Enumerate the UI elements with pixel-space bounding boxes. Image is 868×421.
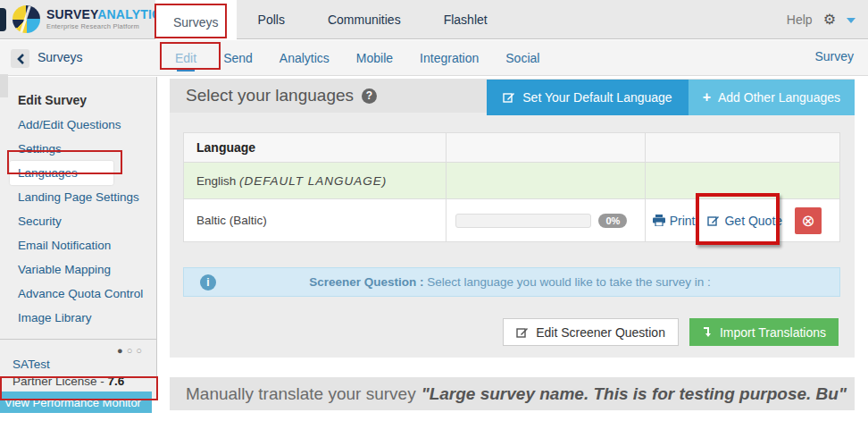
screener-question-banner: i Screener Question : Select language yo… bbox=[183, 267, 840, 297]
dot-active[interactable]: ● bbox=[117, 345, 127, 356]
sidebar-item-landing-page-settings[interactable]: Landing Page Settings bbox=[0, 185, 156, 209]
progress-badge: 0% bbox=[598, 214, 627, 228]
survey-label: Survey bbox=[814, 49, 854, 63]
default-language-note: (DEFAULT LANGUAGE) bbox=[239, 174, 387, 188]
page-title: Select your languages bbox=[186, 86, 354, 105]
tab-analytics[interactable]: Analytics bbox=[280, 40, 330, 76]
edit-screener-question-button[interactable]: Edit Screener Question bbox=[503, 318, 679, 346]
nav-flashlet[interactable]: Flashlet bbox=[422, 0, 509, 39]
languages-panel: Select your languages ? Set Your Default… bbox=[170, 79, 855, 358]
account-name-link[interactable]: SATest bbox=[0, 356, 156, 373]
gear-icon[interactable]: ⚙ bbox=[823, 13, 836, 27]
dot-inactive[interactable]: ○ bbox=[136, 345, 146, 356]
chevron-down-icon[interactable] bbox=[847, 18, 855, 23]
back-button[interactable] bbox=[11, 49, 29, 68]
column-header-language: Language bbox=[184, 133, 447, 163]
breadcrumb-surveys[interactable]: Surveys bbox=[38, 50, 83, 64]
dot-inactive[interactable]: ○ bbox=[127, 345, 137, 356]
add-other-languages-button[interactable]: + Add Other Languages bbox=[689, 80, 855, 115]
manual-translate-bar: Manually translate your survey"Large sur… bbox=[170, 377, 855, 410]
help-link[interactable]: Help bbox=[787, 13, 813, 27]
sidebar-item-add-edit-questions[interactable]: Add/Edit Questions bbox=[0, 113, 156, 137]
survey-analytics-app: SURVEYANALYTICS Enterprise Research Plat… bbox=[0, 0, 868, 421]
sidebar-item-advance-quota-control[interactable]: Advance Quota Control bbox=[0, 282, 156, 306]
menu-handle[interactable] bbox=[0, 8, 6, 31]
top-header: SURVEYANALYTICS Enterprise Research Plat… bbox=[0, 0, 868, 39]
sidebar-item-security[interactable]: Security bbox=[0, 209, 156, 233]
carousel-dots[interactable]: ●○○ bbox=[0, 340, 156, 356]
logo-icon bbox=[13, 5, 40, 33]
table-row-english: English (DEFAULT LANGUAGE) bbox=[184, 163, 840, 199]
survey-tabs: Edit Send Analytics Mobile Integration S… bbox=[175, 40, 539, 76]
table-header-row: Language bbox=[184, 133, 840, 163]
banner-message: Select language you would like to take t… bbox=[427, 275, 710, 289]
table-row-baltic: Baltic (Baltic) 0% bbox=[184, 199, 840, 242]
translation-progress-bar bbox=[455, 214, 591, 228]
nav-communities[interactable]: Communities bbox=[306, 0, 422, 39]
plus-icon: + bbox=[703, 90, 711, 105]
sidebar-item-image-library[interactable]: Image Library bbox=[0, 306, 156, 330]
sidebar-item-settings[interactable]: Settings bbox=[0, 137, 156, 161]
language-name: Baltic (Baltic) bbox=[196, 214, 267, 227]
license-version: 7.6 bbox=[108, 375, 125, 388]
info-icon: i bbox=[200, 274, 216, 290]
tab-edit[interactable]: Edit bbox=[175, 40, 196, 76]
survey-name: "Large survey name. This is for testing … bbox=[421, 384, 847, 403]
edit-icon bbox=[516, 326, 529, 339]
languages-table: Language English (DEFAULT LANGUAGE) Balt… bbox=[183, 132, 840, 242]
app-logo[interactable]: SURVEYANALYTICS Enterprise Research Plat… bbox=[13, 5, 170, 33]
panel-header: Select your languages ? Set Your Default… bbox=[170, 79, 855, 113]
top-navigation: Surveys Polls Communities Flashlet bbox=[155, 0, 509, 39]
nav-surveys[interactable]: Surveys bbox=[155, 0, 237, 44]
delete-language-button[interactable]: ⊗ bbox=[795, 207, 822, 234]
manual-translate-text: Manually translate your survey"Large sur… bbox=[186, 384, 847, 404]
banner-label: Screener Question : bbox=[309, 275, 423, 289]
sidebar-item-languages[interactable]: Languages bbox=[10, 161, 113, 185]
sidebar-item-email-notification[interactable]: Email Notification bbox=[0, 233, 156, 257]
import-translations-button[interactable]: Import Translations bbox=[689, 318, 839, 346]
sidebar-item-variable-mapping[interactable]: Variable Mapping bbox=[0, 257, 156, 282]
license-info: Partner License - 7.6 bbox=[0, 373, 156, 392]
get-quote-link[interactable]: Get Quote bbox=[707, 214, 782, 228]
nav-polls[interactable]: Polls bbox=[237, 0, 306, 39]
tab-mobile[interactable]: Mobile bbox=[356, 40, 393, 76]
tab-integration[interactable]: Integration bbox=[420, 40, 479, 76]
tab-social[interactable]: Social bbox=[505, 40, 539, 76]
view-performance-monitor-button[interactable]: View Performance Monitor bbox=[0, 392, 152, 413]
chevron-left-icon bbox=[16, 53, 25, 65]
edit-icon bbox=[707, 215, 720, 227]
logo-title: SURVEYANALYTICS bbox=[46, 8, 170, 21]
sidebar-edge-notch bbox=[0, 74, 8, 97]
edit-icon bbox=[503, 91, 515, 104]
printer-icon bbox=[653, 215, 665, 226]
logo-subtitle: Enterprise Research Platform bbox=[46, 23, 170, 30]
edit-survey-sidebar: Edit Survey Add/Edit Questions Settings … bbox=[0, 77, 157, 400]
tab-send[interactable]: Send bbox=[223, 40, 253, 76]
set-default-language-button[interactable]: Set Your Default Language bbox=[487, 80, 688, 115]
language-name: English bbox=[196, 174, 236, 188]
print-link[interactable]: Print bbox=[653, 214, 696, 228]
circle-x-icon: ⊗ bbox=[802, 213, 815, 229]
sidebar-heading: Edit Survey bbox=[0, 77, 156, 113]
survey-subnav: Surveys Edit Send Analytics Mobile Integ… bbox=[0, 40, 868, 76]
import-arrow-icon bbox=[702, 326, 713, 338]
help-question-icon[interactable]: ? bbox=[362, 88, 377, 104]
